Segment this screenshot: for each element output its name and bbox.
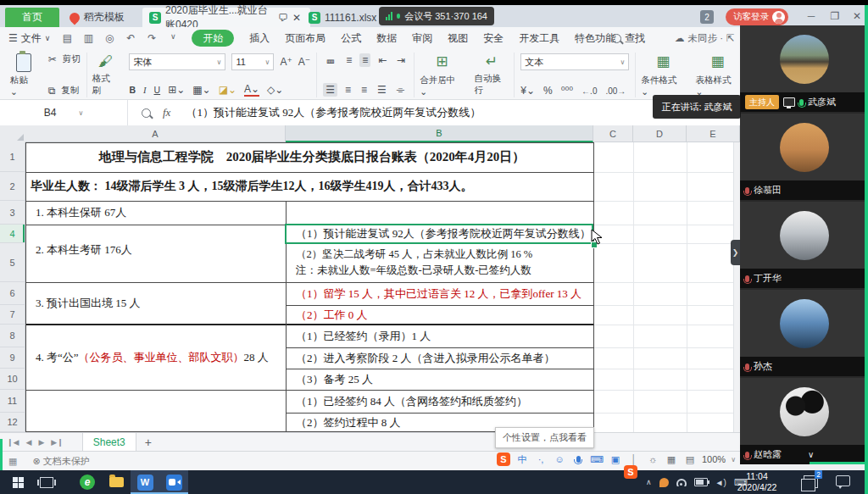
ime-emoji-icon[interactable]: ☺ bbox=[553, 452, 566, 466]
close-tab-icon[interactable]: ✕ bbox=[292, 12, 301, 24]
participant-tile[interactable]: 徐慕田 bbox=[740, 114, 868, 200]
participant-tile[interactable]: 赵晗露 ∨ bbox=[740, 378, 868, 464]
browser-button[interactable]: e bbox=[73, 470, 102, 494]
meeting-id-badge[interactable]: 会议号 351·370 164 bbox=[379, 7, 494, 25]
meeting-taskbar-button[interactable] bbox=[159, 470, 188, 494]
volume-icon[interactable]: ◄) bbox=[715, 478, 726, 487]
cell-style-icon[interactable]: ▦⌄ bbox=[192, 84, 210, 96]
text-orientation-icon[interactable]: ⌯ bbox=[394, 83, 408, 97]
borders-icon[interactable]: ⊞⌄ bbox=[168, 84, 185, 96]
ribbon-tab-special[interactable]: 特色功能 bbox=[575, 31, 615, 46]
task-view-button[interactable] bbox=[32, 470, 61, 494]
sheet-tab-active[interactable]: Sheet3 bbox=[82, 433, 136, 452]
add-sheet-button[interactable]: + bbox=[145, 436, 152, 449]
tab-templates[interactable]: 稻壳模板 bbox=[63, 8, 131, 27]
fill-color-icon[interactable]: ◪⌄ bbox=[219, 84, 236, 96]
window-count-badge[interactable]: 2 bbox=[700, 10, 714, 24]
search-box[interactable]: 查找 bbox=[612, 31, 645, 46]
ribbon-tab-review[interactable]: 审阅 bbox=[412, 31, 432, 46]
col-header-d[interactable]: D bbox=[633, 125, 687, 142]
row-header-7[interactable]: 7 bbox=[0, 305, 25, 325]
font-name-select[interactable]: 宋体∨ bbox=[129, 53, 225, 70]
tray-expand-icon[interactable]: ∧ bbox=[646, 478, 652, 486]
cell-b11[interactable]: （1）已经签约 84 人（含网络签约和纸质签约） bbox=[291, 390, 592, 413]
zoom-level[interactable]: 100% bbox=[702, 454, 726, 464]
action-center-icon[interactable] bbox=[836, 475, 850, 486]
undo-icon[interactable]: ↶ bbox=[124, 32, 137, 44]
close-button[interactable]: ✕ bbox=[848, 8, 866, 24]
cut-button[interactable]: ✂剪切 bbox=[48, 53, 81, 65]
ribbon-tab-dev-tools[interactable]: 开发工具 bbox=[519, 31, 559, 46]
normal-view-icon[interactable]: ▦ bbox=[665, 452, 678, 466]
tab-document[interactable]: S 2020届毕业生...就业台账0420 🗩 ✕ bbox=[142, 8, 310, 27]
ribbon-tab-page-layout[interactable]: 页面布局 bbox=[285, 31, 326, 46]
align-left-icon[interactable]: ☰ bbox=[323, 83, 337, 97]
page-view-icon[interactable]: ▤ bbox=[683, 452, 697, 466]
wrap-text-button[interactable]: ↵ 自动换行 bbox=[469, 53, 515, 97]
row-header-10[interactable]: 10 bbox=[0, 369, 25, 390]
cell-a3[interactable]: 1. 本科生保研 67人 bbox=[31, 201, 285, 225]
restore-button[interactable]: ❐ bbox=[826, 8, 844, 24]
ribbon-tab-formulas[interactable]: 公式 bbox=[341, 31, 361, 46]
conditional-format-button[interactable]: ▦ 条件格式 ⌄ bbox=[636, 53, 690, 97]
row-header-6[interactable]: 6 bbox=[0, 282, 25, 305]
ribbon-tab-security[interactable]: 安全 bbox=[483, 31, 504, 46]
decrease-decimal-icon[interactable]: .00→ bbox=[605, 86, 626, 96]
guest-login-button[interactable]: 访客登录 bbox=[726, 8, 788, 25]
col-header-b[interactable]: B bbox=[286, 125, 593, 142]
view-mode-icon[interactable]: ▦ bbox=[8, 456, 17, 467]
sidebar-collapse-handle[interactable]: ❯ bbox=[731, 240, 740, 265]
next-sheet-icon[interactable]: ▶ bbox=[38, 438, 44, 447]
insert-function-button[interactable]: fx bbox=[163, 106, 170, 119]
row-header-1[interactable]: 1 bbox=[0, 142, 25, 172]
redo-icon[interactable]: ↷ bbox=[145, 32, 159, 44]
cell-a8[interactable]: 4. 考“公”（公务员、事业单位、部队文职）28 人 bbox=[31, 325, 285, 390]
currency-icon[interactable]: ¥⌄ bbox=[520, 85, 535, 97]
cell-summary[interactable]: 毕业生人数： 14级滞后学生 3 人，15级滞后学生12人，16级学生419人，… bbox=[25, 172, 593, 201]
merge-center-button[interactable]: ⊞ 合并居中 ⌄ bbox=[415, 53, 469, 97]
paste-button[interactable]: 粘贴 ⌄ bbox=[5, 53, 42, 97]
print-preview-icon[interactable]: ◎ bbox=[103, 32, 116, 44]
percent-icon[interactable]: % bbox=[543, 85, 553, 97]
font-color-icon[interactable]: A⌄ bbox=[244, 83, 259, 97]
tab-document-2[interactable]: S 111161.xlsx bbox=[302, 8, 383, 27]
first-sheet-icon[interactable]: ❙◀ bbox=[7, 438, 19, 447]
sogou-float-icon[interactable]: S bbox=[624, 465, 637, 479]
eye-protect-icon[interactable]: ☼ bbox=[646, 452, 659, 466]
font-size-select[interactable]: 11∨ bbox=[231, 53, 274, 70]
ribbon-tab-view[interactable]: 视图 bbox=[448, 31, 468, 46]
protection-status[interactable]: ⊗ 文档未保护 bbox=[32, 455, 89, 468]
save-icon[interactable]: ▤ bbox=[60, 32, 74, 44]
cell-b6[interactable]: （1）留学 15 人，其中已过语言关 12 人，已拿到offer 13 人 bbox=[291, 282, 592, 305]
col-header-c[interactable]: C bbox=[593, 125, 633, 142]
ribbon-tab-data[interactable]: 数据 bbox=[376, 31, 397, 46]
comma-style-icon[interactable]: ⁰⁰⁰ bbox=[561, 85, 573, 97]
align-center-icon[interactable]: ≡ bbox=[342, 83, 353, 97]
ime-mic-icon[interactable] bbox=[571, 452, 585, 466]
underline-button[interactable]: U bbox=[154, 85, 161, 95]
decrease-font-icon[interactable]: A⁻ bbox=[298, 56, 310, 68]
formula-content[interactable]: （1）预计能进复试 92人（参考报考院校近两年复试分数线） bbox=[186, 105, 481, 120]
sogou-logo-icon[interactable]: S bbox=[497, 452, 510, 466]
participant-tile[interactable]: 孙杰 bbox=[740, 290, 868, 376]
last-sheet-icon[interactable]: ▶❙ bbox=[51, 438, 63, 447]
file-explorer-button[interactable] bbox=[102, 470, 131, 494]
participant-tile[interactable]: 丁开华 bbox=[740, 202, 868, 288]
participant-tile[interactable]: 主持人 武彦斌 bbox=[740, 25, 868, 112]
align-bottom-icon[interactable]: ≡ bbox=[359, 53, 370, 67]
zoom-formula-icon[interactable] bbox=[142, 108, 151, 118]
prev-sheet-icon[interactable]: ◀ bbox=[25, 438, 31, 447]
file-menu[interactable]: ☰ 文件 ∨ bbox=[8, 31, 50, 46]
cell-b7[interactable]: （2）工作 0 人 bbox=[291, 305, 592, 325]
ime-keyboard-icon[interactable]: ⌨ bbox=[590, 452, 604, 466]
wifi-icon[interactable] bbox=[676, 479, 687, 486]
wps-taskbar-button[interactable]: W bbox=[131, 470, 159, 494]
row-header-9[interactable]: 9 bbox=[0, 347, 25, 369]
increase-indent-icon[interactable]: ⇥ bbox=[394, 53, 408, 67]
ime-toolbox-icon[interactable]: ▣ bbox=[609, 452, 622, 466]
select-all-corner[interactable] bbox=[0, 125, 26, 143]
cell-b5[interactable]: （2）坚决二战考研 45 人，占未就业人数比例 16 % 注：未就业人数=年级总… bbox=[291, 243, 592, 282]
number-format-select[interactable]: 文本∨ bbox=[520, 53, 629, 70]
cell-name-box[interactable]: B4 ∨ bbox=[0, 100, 128, 125]
cell-b10[interactable]: （3）备考 25 人 bbox=[291, 369, 592, 390]
